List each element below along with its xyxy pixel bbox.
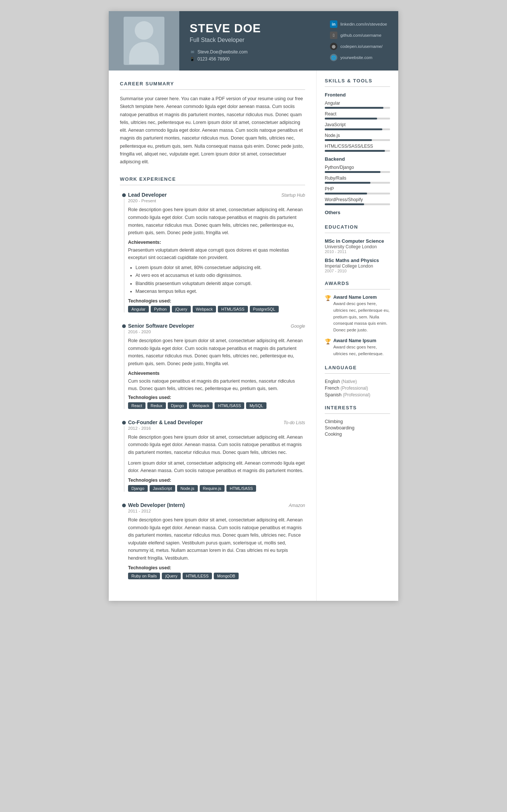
skill-item: Angular (325, 101, 390, 109)
skill-name: JavaScript (325, 122, 390, 127)
linkedin-icon: in (330, 20, 337, 28)
interest-item: Cooking (325, 432, 390, 437)
phone-text: 0123 456 78900 (197, 56, 230, 62)
skill-bar-fill (325, 139, 372, 141)
candidate-title: Full Stack Developer (190, 37, 317, 43)
edu-school: University College London (325, 244, 390, 249)
tech-tag: HTML/LESS (183, 573, 212, 579)
header-section: STEVE DOE Full Stack Developer ✉ Steve.D… (109, 11, 398, 71)
skill-category-others: Others (325, 210, 390, 215)
edu-degree: BSc Maths and Physics (325, 258, 390, 263)
edu-degree: MSc in Computer Science (325, 238, 390, 244)
education-title: EDUCATION (325, 224, 390, 233)
awards-title: AWARDS (325, 281, 390, 289)
github-link[interactable]:  github.com/username (330, 32, 392, 39)
tech-tag: React (128, 402, 145, 409)
job-header: Senior Software Developer Google (128, 323, 305, 329)
list-item: Lorem ipsum dolor sit amet, 80% consecte… (135, 264, 305, 272)
skill-item: HTML/CSS/SASS/LESS (325, 144, 390, 152)
linkedin-link[interactable]: in linkedin.com/in/stevedoe (330, 20, 392, 28)
job-dates: 2016 - 2020 (128, 330, 305, 334)
email-text: Steve.Doe@website.com (197, 49, 248, 55)
job-dot (122, 193, 126, 197)
job-header: Lead Developer Startup Hub (128, 192, 305, 198)
award-name: Award Name Lorem (333, 295, 390, 300)
job-content: Co-Founder & Lead Developer To-do Lists … (128, 419, 305, 492)
award-icon: 🏆 (325, 338, 331, 357)
tech-tags: Angular Python jQuery Webpack HTML/SASS … (128, 306, 305, 312)
list-item: Maecenas tempus tellus eget. (135, 288, 305, 295)
job-item: Web Developer (Intern) Amazon 2011 - 201… (120, 502, 305, 579)
contact-email: ✉ Steve.Doe@website.com (190, 49, 317, 55)
language-section: LANGUAGE English (Native) French (Profes… (325, 365, 390, 397)
skill-category-backend: Backend (325, 156, 390, 162)
interest-item: Snowboarding (325, 425, 390, 430)
job-description: Role description goes here ipsum dolor s… (128, 516, 305, 562)
contact-phone: 📱 0123 456 78900 (190, 56, 317, 62)
skill-bar-fill (325, 128, 382, 130)
skill-item: WordPress/Shopify (325, 197, 390, 205)
codepen-link[interactable]: ◎ codepen.io/username/ (330, 43, 392, 50)
tech-tag: Django (128, 485, 148, 492)
job-item: Senior Software Developer Google 2016 - … (120, 323, 305, 409)
skill-item: PHP (325, 186, 390, 194)
skill-bar-bg (325, 139, 390, 141)
skill-bar-bg (325, 150, 390, 152)
job-dot (122, 421, 126, 425)
body-section: CAREER SUMMARY Summarise your career her… (109, 71, 398, 601)
tech-tags: Ruby on Rails jQuery HTML/LESS MongoDB (128, 573, 305, 579)
job-dates: 2011 - 2012 (128, 509, 305, 513)
tech-tag: Django (168, 402, 187, 409)
job-company: Startup Hub (281, 193, 305, 198)
tech-tag: Redux (147, 402, 166, 409)
skill-name: PHP (325, 186, 390, 191)
tech-label: Technologies used: (128, 478, 305, 483)
tech-label: Technologies used: (128, 395, 305, 400)
skill-name: Python/Django (325, 165, 390, 170)
interests-title: INTERESTS (325, 405, 390, 414)
skill-bar-bg (325, 107, 390, 109)
award-content: Award Name Ipsum Award desc goes here, u… (333, 338, 390, 357)
skill-bar-bg (325, 171, 390, 173)
skill-bar-bg (325, 182, 390, 184)
job-title: Co-Founder & Lead Developer (128, 419, 203, 425)
linkedin-url: linkedin.com/in/stevedoe (340, 22, 387, 26)
skill-item: React (325, 111, 390, 119)
work-experience-title: WORK EXPERIENCE (120, 176, 305, 185)
job-timeline (120, 419, 128, 492)
job-company: Google (291, 324, 305, 329)
edu-school: Imperial College London (325, 263, 390, 269)
job-line (124, 426, 124, 492)
contact-section: ✉ Steve.Doe@website.com 📱 0123 456 78900 (190, 49, 317, 62)
resume-container: STEVE DOE Full Stack Developer ✉ Steve.D… (109, 11, 398, 601)
tech-tag: JavaScript (150, 485, 175, 492)
skills-title: SKILLS & TOOLS (325, 78, 390, 87)
job-timeline (120, 502, 128, 579)
list-item: At vero eos et accusamus et iusto odio d… (135, 272, 305, 279)
job-dot (122, 504, 126, 507)
tech-tag: Require.js (200, 485, 225, 492)
skill-bar-bg (325, 193, 390, 194)
tech-tag: Webpack (193, 306, 216, 312)
codepen-url: codepen.io/username/ (340, 44, 383, 49)
skill-item: JavaScript (325, 122, 390, 130)
award-desc: Award desc goes here, ultricies nec, pel… (333, 301, 390, 334)
side-column: SKILLS & TOOLS Frontend Angular React Ja… (317, 71, 398, 601)
website-link[interactable]: 🌐 yourwebsite.com (330, 54, 392, 61)
award-item: 🏆 Award Name Lorem Award desc goes here,… (325, 295, 390, 334)
job-line (124, 199, 124, 312)
edu-dates: 2010 - 2011 (325, 249, 390, 254)
list-item: Blanditiis praesentium voluptatum deleni… (135, 280, 305, 288)
award-content: Award Name Lorem Award desc goes here, u… (333, 295, 390, 334)
skill-name: Ruby/Rails (325, 176, 390, 181)
job-line (124, 330, 124, 409)
skill-category-frontend: Frontend (325, 92, 390, 98)
job-description-2: Lorem ipsum dolor sit amet, consectetuer… (128, 459, 305, 475)
skill-bar-fill (325, 118, 377, 119)
tech-tag: MySQL (246, 402, 266, 409)
job-item: Co-Founder & Lead Developer To-do Lists … (120, 419, 305, 492)
job-description: Role description goes here ipsum dolor s… (128, 206, 305, 237)
job-dates: 2020 - Present (128, 199, 305, 203)
skills-section: SKILLS & TOOLS Frontend Angular React Ja… (325, 78, 390, 215)
candidate-name: STEVE DOE (190, 22, 317, 35)
